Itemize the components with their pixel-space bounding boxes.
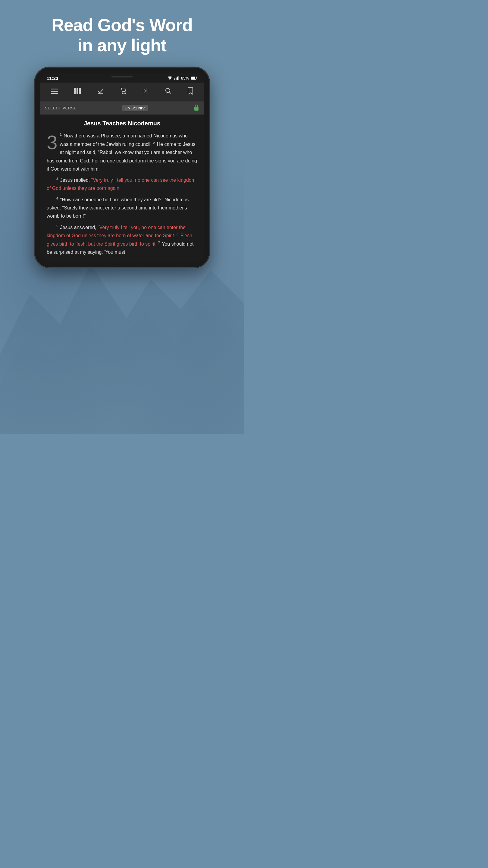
- headline-text: Read God's Word in any light: [12, 15, 232, 55]
- verse-reference-badge[interactable]: JN 3:1 NIV: [122, 105, 148, 111]
- svg-point-15: [166, 88, 170, 93]
- library-icon[interactable]: [72, 87, 84, 97]
- verse-text-area: 3 1 Now there was a Pharisee, a man name…: [47, 132, 197, 173]
- svg-point-14: [145, 90, 147, 92]
- chapter-block: 3 1 Now there was a Pharisee, a man name…: [47, 132, 197, 173]
- lock-icon: [194, 104, 199, 112]
- svg-rect-16: [194, 107, 198, 111]
- phone-frame: 11:23: [35, 67, 209, 268]
- verse-num-4: 4: [56, 196, 58, 200]
- bible-content: Jesus Teaches Nicodemus 3 1 Now there wa…: [40, 115, 204, 262]
- chapter-number: 3: [47, 133, 58, 152]
- svg-rect-11: [79, 88, 81, 94]
- headline-line1: Read God's Word: [52, 15, 193, 35]
- verse-num-1: 1: [60, 133, 62, 136]
- wifi-icon: [167, 76, 173, 81]
- verse-5-container: 5 Jesus answered, "Very truly I tell you…: [47, 223, 197, 256]
- nav-bar: [40, 83, 204, 101]
- checkmark-icon[interactable]: [95, 87, 107, 97]
- verse-5-pre: Jesus answered,: [59, 225, 98, 230]
- headline-line2: in any light: [78, 35, 166, 55]
- svg-point-12: [122, 93, 123, 94]
- verse-num-7: 7: [158, 241, 160, 244]
- verse-4-text: "How can someone be born when they are o…: [47, 197, 189, 218]
- signal-icon: [174, 76, 179, 81]
- svg-rect-10: [76, 88, 78, 94]
- verse-num-6: 6: [176, 232, 178, 236]
- verse-3-container: 3 Jesus replied, "Very truly I tell you,…: [47, 176, 197, 193]
- menu-icon[interactable]: [48, 87, 61, 97]
- select-verse-label: SELECT VERSE: [45, 106, 76, 110]
- headline-area: Read God's Word in any light: [0, 0, 244, 64]
- status-icons: 85%: [167, 76, 197, 81]
- battery-percentage: 85%: [181, 76, 189, 81]
- svg-rect-8: [51, 93, 58, 94]
- verse-3-pre: Jesus replied,: [59, 178, 91, 183]
- select-verse-bar[interactable]: SELECT VERSE JN 3:1 NIV: [40, 101, 204, 115]
- svg-rect-5: [191, 76, 195, 79]
- svg-rect-7: [51, 91, 58, 92]
- chapter-title: Jesus Teaches Nicodemus: [47, 120, 197, 127]
- svg-rect-3: [178, 76, 179, 80]
- settings-icon[interactable]: [140, 87, 152, 97]
- cart-icon[interactable]: [118, 87, 129, 97]
- verse-num-2: 2: [153, 141, 155, 145]
- status-time: 11:23: [47, 76, 58, 81]
- phone-screen: 11:23: [40, 73, 204, 262]
- svg-rect-0: [174, 79, 175, 80]
- search-icon[interactable]: [163, 87, 174, 97]
- battery-icon: [191, 76, 197, 81]
- verse-num-3: 3: [56, 177, 58, 181]
- verse-4-container: 4 "How can someone be born when they are…: [47, 195, 197, 220]
- svg-rect-1: [175, 78, 176, 80]
- svg-rect-6: [51, 89, 58, 90]
- phone-container: 11:23: [0, 67, 244, 268]
- status-bar: 11:23: [40, 73, 204, 83]
- svg-point-13: [125, 93, 126, 94]
- verse-num-5: 5: [56, 224, 58, 228]
- bookmark-icon[interactable]: [185, 86, 195, 98]
- svg-rect-9: [74, 88, 76, 94]
- svg-rect-2: [177, 76, 178, 80]
